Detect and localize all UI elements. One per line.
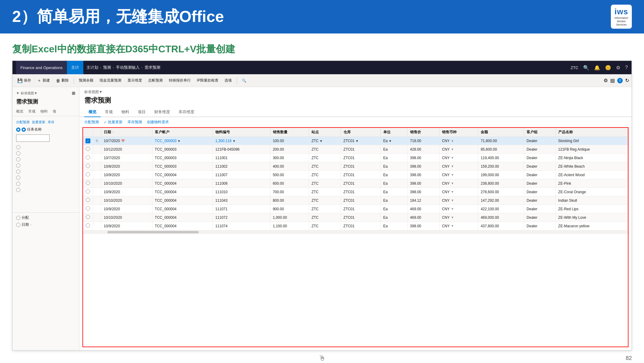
- row-radio[interactable]: [86, 223, 90, 228]
- row-check-cell[interactable]: [83, 171, 93, 179]
- row-customer[interactable]: TCC_000004: [152, 205, 213, 213]
- search-icon[interactable]: 🔍: [583, 65, 589, 71]
- row-radio[interactable]: [86, 181, 90, 185]
- row-radio[interactable]: [86, 155, 90, 159]
- item-dropdown[interactable]: ▼: [233, 139, 236, 143]
- currency-dropdown[interactable]: CNY▼: [442, 156, 475, 160]
- th-product[interactable]: 产品名称: [555, 128, 628, 137]
- row-item[interactable]: 111074: [213, 222, 270, 230]
- cashflow-forecast-button[interactable]: 现金流量预测: [97, 77, 124, 84]
- help-icon[interactable]: ?: [625, 65, 628, 70]
- row-radio[interactable]: [86, 147, 90, 151]
- currency-dropdown[interactable]: CNY▼: [442, 198, 475, 203]
- row-check-cell[interactable]: [83, 154, 93, 162]
- currency-dropdown[interactable]: CNY▼: [442, 207, 475, 211]
- breadcrumb-item-3[interactable]: 手动预测输入: [116, 65, 140, 70]
- th-date[interactable]: 日期↑: [101, 128, 152, 137]
- unit-dropdown[interactable]: ▼: [389, 139, 392, 143]
- currency-dropdown[interactable]: CNY▼: [442, 215, 475, 220]
- sidebar-tab-normal[interactable]: 常规: [26, 108, 38, 116]
- row-item[interactable]: 111001: [213, 154, 270, 162]
- save-button[interactable]: 💾 保存: [15, 77, 33, 84]
- item-radio-2[interactable]: [16, 151, 20, 155]
- item-radio-8[interactable]: [16, 188, 20, 192]
- row-radio[interactable]: [86, 215, 90, 219]
- currency-dropdown[interactable]: CNY▼: [442, 147, 475, 152]
- th-site[interactable]: 站点: [309, 128, 341, 137]
- tab-material[interactable]: 物料: [117, 107, 134, 117]
- th-warehouse[interactable]: 仓库: [341, 128, 381, 137]
- sidebar-action-distribute[interactable]: 分配预测: [16, 120, 30, 124]
- th-amount[interactable]: 金额: [478, 128, 524, 137]
- item-radio-7[interactable]: [16, 182, 20, 186]
- delete-button[interactable]: 🗑 删除: [54, 77, 71, 84]
- settings-icon[interactable]: ⚙: [616, 65, 620, 71]
- row-check-cell[interactable]: [83, 196, 93, 205]
- row-item[interactable]: 111002: [213, 162, 270, 171]
- bottom-radio-1[interactable]: [16, 216, 20, 220]
- breadcrumb-item-2[interactable]: 预测: [103, 65, 111, 70]
- customer-link[interactable]: TCC_000003: [155, 139, 176, 143]
- sidebar-search-input[interactable]: [16, 134, 50, 142]
- filter-radio-active2[interactable]: [22, 127, 26, 132]
- customer-dropdown[interactable]: ▼: [178, 139, 181, 143]
- row-check-cell[interactable]: ✓: [83, 137, 93, 145]
- smiley-icon[interactable]: 😊: [605, 65, 611, 71]
- breadcrumb-item-4[interactable]: 需求预测: [144, 65, 160, 70]
- row-radio[interactable]: [86, 206, 90, 211]
- item-link[interactable]: 1,300.116: [215, 139, 231, 143]
- th-customer[interactable]: 客户帐户: [152, 128, 213, 137]
- forecast-remain-button[interactable]: 预测余额: [76, 77, 96, 84]
- action-inventory[interactable]: 库存预测: [127, 120, 142, 125]
- row-check-cell[interactable]: [83, 213, 93, 222]
- sidebar-tab-item[interactable]: 项: [50, 108, 59, 116]
- row-radio[interactable]: [86, 172, 90, 176]
- row-item[interactable]: 111072: [213, 213, 270, 222]
- nav-app-btn-2[interactable]: 主计: [67, 61, 83, 74]
- settings-toolbar-icon[interactable]: ⚙: [604, 78, 608, 83]
- row-customer[interactable]: TCC_000003: [152, 162, 213, 171]
- row-check-cell[interactable]: [83, 188, 93, 196]
- row-customer[interactable]: TCC_000004: [152, 188, 213, 196]
- row-check-cell[interactable]: [83, 179, 93, 188]
- row-check-cell[interactable]: [83, 222, 93, 230]
- row-item[interactable]: 111071: [213, 205, 270, 213]
- tab-normal[interactable]: 常规: [101, 107, 117, 117]
- th-price[interactable]: 销售价: [407, 128, 439, 137]
- currency-dropdown[interactable]: CNY▼: [442, 190, 475, 194]
- tab-finance-dim[interactable]: 财务维度: [150, 107, 174, 117]
- nav-app-btn-1[interactable]: Finance and Operations: [16, 61, 67, 74]
- sidebar-action-batch[interactable]: 批量更新: [32, 120, 45, 124]
- row-item[interactable]: 1,300.116 ▼: [213, 137, 270, 145]
- item-radio-3[interactable]: [16, 157, 20, 162]
- row-customer[interactable]: TCC_000004: [152, 213, 213, 222]
- refresh-toolbar-icon[interactable]: ↻: [625, 78, 629, 83]
- sidebar-tab-material[interactable]: 物料: [38, 108, 50, 116]
- notification-icon[interactable]: 🔔: [594, 65, 600, 71]
- currency-dropdown[interactable]: CNY▼: [442, 224, 475, 228]
- th-group[interactable]: 客户组: [524, 128, 556, 137]
- row-radio[interactable]: [86, 189, 90, 194]
- row-item[interactable]: 121FB-045098: [213, 145, 270, 154]
- breadcrumb-item-1[interactable]: 主计划: [86, 65, 98, 70]
- row-customer[interactable]: TCC_000003: [152, 154, 213, 162]
- row-checkbox-checked[interactable]: ✓: [85, 138, 90, 143]
- search-toolbar-button[interactable]: 🔍: [239, 77, 249, 84]
- row-check-cell[interactable]: [83, 145, 93, 154]
- sidebar-action-inventory[interactable]: 库存: [48, 120, 54, 124]
- filter-radio-active[interactable]: [16, 127, 20, 132]
- row-radio[interactable]: [86, 198, 90, 202]
- currency-dropdown[interactable]: CNY▼: [442, 181, 475, 186]
- row-customer[interactable]: TCC_000004: [152, 196, 213, 205]
- row-item[interactable]: 111043: [213, 196, 270, 205]
- action-create-demand[interactable]: 创建物料需求: [147, 120, 169, 125]
- tab-project[interactable]: 项目: [134, 107, 150, 117]
- date-picker-icon[interactable]: 📅: [121, 139, 125, 143]
- total-forecast-button[interactable]: 总帐预测: [146, 77, 165, 84]
- row-check-cell[interactable]: [83, 162, 93, 171]
- row-check-cell[interactable]: [83, 205, 93, 213]
- action-distribute[interactable]: 分配预测: [84, 120, 99, 125]
- sidebar-filter-icon[interactable]: ⊞: [72, 91, 75, 96]
- currency-dropdown[interactable]: CNY▼: [442, 139, 475, 143]
- item-radio-5[interactable]: [16, 169, 20, 174]
